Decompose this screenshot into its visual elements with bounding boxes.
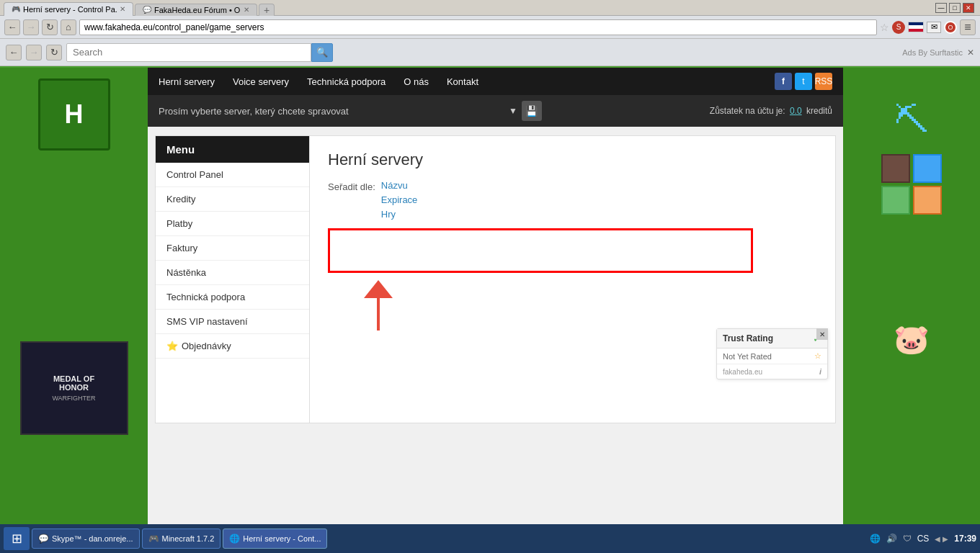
tab2-close-icon[interactable]: ✕ — [244, 6, 249, 14]
menu-button[interactable]: ≡ — [960, 19, 976, 35]
star-icon: ⭐ — [166, 341, 178, 351]
trust-domain: fakaheda.eu — [723, 368, 762, 376]
reload-button[interactable]: ↻ — [42, 19, 58, 35]
ads-label: Ads By Surftastic — [902, 48, 963, 57]
trust-star-icon: ☆ — [814, 351, 821, 361]
ads-close-icon[interactable]: ✕ — [967, 48, 974, 58]
promo-badge: MEDAL OFHONOR WARFIGHTER — [20, 341, 128, 435]
sidebar-item-control-panel[interactable]: Control Panel — [156, 163, 309, 187]
sidebar-item-sms-vip[interactable]: SMS VIP nastavení — [156, 310, 309, 334]
active-tab[interactable]: 🎮 Herní servery - Control Pa... ✕ — [4, 2, 133, 16]
user-account-icon[interactable]: S — [892, 21, 905, 34]
sidebar-item-faktury[interactable]: Faktury — [156, 236, 309, 261]
minecraft-blocks — [881, 154, 942, 215]
trust-rating-label: Not Yet Rated — [723, 352, 772, 361]
sidebar-item-objednavky[interactable]: ⭐ Objednávky — [156, 334, 309, 359]
browser-icon: 🌐 — [229, 534, 240, 544]
minecraft-icon: 🎮 — [148, 534, 159, 544]
back-button[interactable]: ← — [4, 19, 20, 35]
main-panel: Herní servery Seřadit dle: Názvu Expirac… — [310, 135, 836, 423]
forward-button[interactable]: → — [23, 19, 39, 35]
taskbar-btn-browser[interactable]: 🌐 Herní servery - Cont... — [223, 529, 327, 549]
top-nav: Herní servery Voice servery Technická po… — [148, 68, 843, 95]
page-title: Herní servery — [328, 150, 817, 169]
sidebar-item-technicka-podpora[interactable]: Technická podpora — [156, 285, 309, 310]
opera-icon[interactable]: O — [944, 21, 957, 34]
site-logo: H — [38, 78, 110, 150]
mail-icon[interactable]: ✉ — [927, 22, 941, 33]
minimize-button[interactable]: — — [935, 3, 947, 13]
minecraft-pig: 🐷 — [894, 323, 930, 356]
search-input[interactable] — [66, 43, 311, 62]
annotation-arrow — [349, 276, 817, 336]
twitter-icon[interactable]: t — [795, 73, 812, 90]
taskbar-btn-minecraft[interactable]: 🎮 Minecraft 1.7.2 — [142, 529, 221, 549]
tab-close-icon[interactable]: ✕ — [120, 5, 125, 13]
inactive-tab[interactable]: 💬 FakaHeda.eu Fórum • Od... ✕ — [135, 4, 257, 16]
sort-by-expiry-link[interactable]: Expirace — [381, 194, 418, 205]
server-dropdown[interactable]: Prosím vyberte server, který chcete spra… — [159, 106, 504, 117]
new-tab-button[interactable]: + — [259, 4, 275, 16]
minecraft-deco: ⛏ — [894, 100, 929, 140]
nav-technicka-podpora[interactable]: Technická podpora — [307, 76, 386, 87]
balance-link[interactable]: 0.0 — [790, 106, 802, 116]
sidebar-item-platby[interactable]: Platby — [156, 212, 309, 236]
taskbar-btn-skype[interactable]: 💬 Skype™ - dan.onreje... — [32, 529, 140, 549]
menu-header: Menu — [156, 136, 309, 163]
flag-icon — [908, 22, 924, 32]
sidebar-item-kredity[interactable]: Kredity — [156, 187, 309, 212]
taskbar: ⊞ 💬 Skype™ - dan.onreje... 🎮 Minecraft 1… — [0, 524, 980, 553]
sidebar-menu: Menu Control Panel Kredity Platby Faktur… — [155, 135, 310, 423]
svg-marker-1 — [364, 280, 393, 298]
search-button[interactable]: 🔍 — [311, 43, 333, 62]
address-input[interactable] — [79, 19, 877, 35]
server-list-box — [328, 228, 753, 273]
home-button[interactable]: ⌂ — [61, 19, 76, 35]
tray-icon-shield: 🛡 — [903, 534, 912, 544]
tray-icon-volume: 🔊 — [886, 534, 897, 544]
trust-info-icon[interactable]: i — [819, 367, 821, 376]
skype-icon: 💬 — [38, 534, 49, 544]
bookmark-icon[interactable]: ☆ — [880, 22, 889, 33]
tab-label: Herní servery - Control Pa... — [23, 5, 117, 14]
sort-by-name-link[interactable]: Názvu — [381, 180, 418, 191]
taskbar-arrow-right[interactable]: ▶ — [943, 535, 948, 543]
language-indicator: CS — [917, 534, 930, 544]
sidebar-item-nastenka[interactable]: Nástěnka — [156, 261, 309, 285]
left-decoration: H MEDAL OFHONOR WARFIGHTER — [0, 68, 148, 524]
close-button[interactable]: ✕ — [963, 3, 974, 13]
taskbar-arrow-left[interactable]: ◀ — [935, 535, 940, 543]
tray-icon-network: 🌐 — [870, 534, 881, 544]
main-content-area: Herní servery Voice servery Technická po… — [148, 68, 843, 524]
nav-voice-servery[interactable]: Voice servery — [233, 76, 289, 87]
trust-rating-widget: Trust Rating ✓ Not Yet Rated ☆ fakaheda.… — [716, 328, 828, 379]
right-decoration: ⛏ 🐷 — [843, 68, 980, 524]
search-nav-back[interactable]: ← — [6, 45, 22, 60]
search-icon: 🔍 — [316, 47, 328, 58]
rss-icon[interactable]: RSS — [815, 73, 832, 90]
nav-herni-servery[interactable]: Herní servery — [159, 76, 215, 87]
nav-o-nas[interactable]: O nás — [404, 76, 429, 87]
server-save-icon[interactable]: 💾 — [522, 101, 542, 121]
maximize-button[interactable]: □ — [949, 3, 961, 13]
trust-widget-close[interactable]: ✕ — [816, 328, 828, 340]
tab-favicon: 🎮 — [12, 5, 20, 13]
nav-kontakt[interactable]: Kontakt — [447, 76, 478, 87]
sort-label: Seřadit dle: — [328, 180, 375, 192]
tab2-label: FakaHeda.eu Fórum • Od... — [154, 6, 241, 14]
start-button[interactable]: ⊞ — [4, 527, 30, 550]
search-reload[interactable]: ↻ — [46, 45, 62, 60]
taskbar-time: 17:39 — [954, 534, 976, 544]
tab2-favicon: 💬 — [143, 6, 151, 14]
search-nav-forward[interactable]: → — [26, 45, 42, 60]
server-selector-bar: Prosím vyberte server, který chcete spra… — [148, 95, 843, 127]
balance-display: Zůstatek na účtu je: 0.0 kreditů — [710, 106, 832, 116]
sort-by-game-link[interactable]: Hry — [381, 209, 418, 220]
facebook-icon[interactable]: f — [775, 73, 792, 90]
dropdown-arrow-icon: ▼ — [509, 106, 517, 116]
trust-title: Trust Rating — [723, 333, 773, 343]
